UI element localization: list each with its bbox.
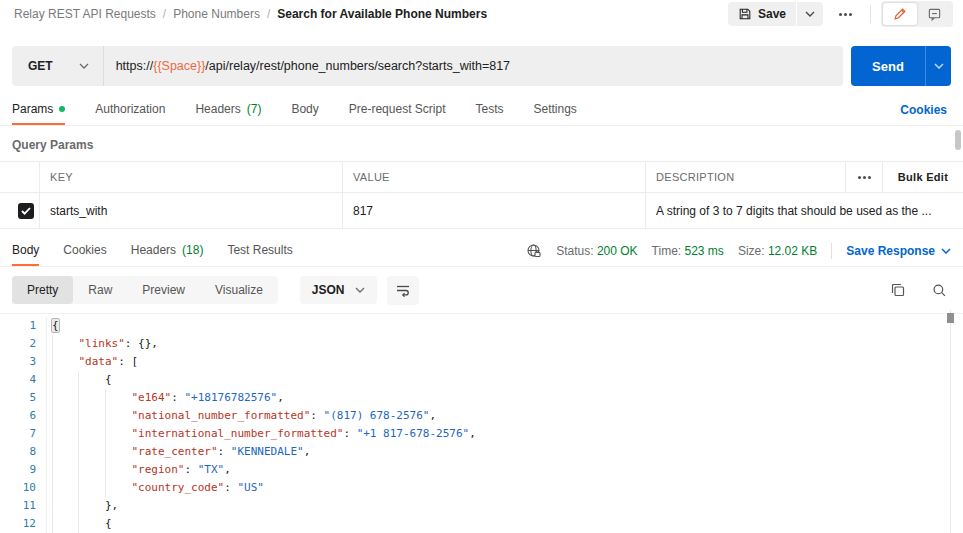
tab-settings[interactable]: Settings [534,96,577,125]
line-number: 9 [0,461,47,479]
code-line: 1{ [0,317,963,335]
breadcrumb-folder[interactable]: Phone Numbers [173,7,260,21]
save-button[interactable]: Save [728,2,796,26]
unsaved-changes-dot [59,106,65,112]
method-label: GET [28,59,53,73]
code-text: "data": [ [47,353,138,371]
line-number: 10 [0,479,47,497]
response-time: Time: 523 ms [652,244,724,258]
request-url-row: GET https://{{Space}}/api/relay/rest/pho… [12,46,951,86]
edit-mode-button[interactable] [883,3,917,25]
send-button-group: Send [851,46,951,86]
ellipsis-icon [839,13,842,16]
response-body-editor[interactable]: 1{2"links": {},3"data": [4{5"e164": "+18… [0,314,963,533]
tab-prerequest-script[interactable]: Pre-request Script [349,96,446,125]
pencil-icon [893,7,907,21]
cookies-link[interactable]: Cookies [900,103,947,125]
view-visualize-button[interactable]: Visualize [200,276,278,304]
comments-button[interactable] [917,3,951,25]
tab-authorization[interactable]: Authorization [95,96,165,125]
ellipsis-icon [858,176,871,179]
code-text: { [47,371,112,389]
breadcrumb: Relay REST API Requests / Phone Numbers … [14,7,487,21]
param-description-field[interactable]: A string of 3 to 7 digits that should be… [646,193,963,228]
tab-body[interactable]: Body [291,96,318,125]
code-text: { [47,317,59,335]
response-scrollbar-track [950,310,951,533]
column-header-key: KEY [40,162,343,192]
search-icon [932,283,947,298]
response-scrollbar-thumb[interactable] [947,313,954,323]
response-size: Size: 12.02 KB [738,244,817,258]
code-text: "international_number_formatted": "+1 81… [47,425,476,443]
tab-tests[interactable]: Tests [475,96,503,125]
save-button-label: Save [758,7,786,21]
response-status: Status: 200 OK [556,244,637,258]
params-scrollbar-thumb[interactable] [955,130,961,150]
response-tab-test-results[interactable]: Test Results [227,237,292,266]
line-number: 8 [0,443,47,461]
response-tab-cookies[interactable]: Cookies [63,237,106,266]
network-globe-icon[interactable] [526,243,542,259]
code-line: 7"international_number_formatted": "+1 8… [0,425,963,443]
param-value-field[interactable]: 817 [343,193,646,228]
code-line: 10"country_code": "US" [0,479,963,497]
toolbar-divider [870,5,871,23]
tab-headers[interactable]: Headers (7) [195,96,261,125]
size-value: 12.02 KB [768,244,817,258]
status-value: 200 OK [597,244,638,258]
send-button[interactable]: Send [851,46,925,86]
line-number: 12 [0,515,47,533]
response-meta: Status: 200 OK Time: 523 ms Size: 12.02 … [526,243,951,266]
method-selector[interactable]: GET [12,46,104,86]
response-code-lines: 1{2"links": {},3"data": [4{5"e164": "+18… [0,317,963,533]
breadcrumb-request-name[interactable]: Search for Available Phone Numbers [277,7,487,21]
line-number: 4 [0,371,47,389]
format-selector[interactable]: JSON [300,276,377,304]
table-more-options-button[interactable] [846,162,883,192]
response-header: Body Cookies Headers (18) Test Results S… [0,237,963,267]
line-number: 2 [0,335,47,353]
code-text: "region": "TX", [47,461,231,479]
code-line: 2"links": {}, [0,335,963,353]
tab-params[interactable]: Params [12,96,65,125]
copy-button[interactable] [890,282,906,298]
view-raw-button[interactable]: Raw [73,276,127,304]
param-key-field[interactable]: starts_with [40,193,343,228]
chevron-down-icon [355,287,365,293]
bulk-edit-button[interactable]: Bulk Edit [883,162,963,192]
line-number: 3 [0,353,47,371]
view-pretty-button[interactable]: Pretty [12,276,73,304]
more-options-button[interactable] [831,7,860,22]
save-options-caret[interactable] [797,2,823,26]
environment-variable: {{Space}} [153,59,205,73]
query-param-row: starts_with 817 A string of 3 to 7 digit… [0,193,963,229]
chevron-down-icon [805,11,815,17]
column-header-description: DESCRIPTION [646,162,846,192]
check-icon [21,207,31,215]
header-select-cell [0,162,40,192]
line-number: 6 [0,407,47,425]
save-response-button[interactable]: Save Response [846,244,951,258]
wrap-lines-button[interactable] [387,276,419,305]
meta-divider [831,243,832,259]
breadcrumb-collection[interactable]: Relay REST API Requests [14,7,156,21]
response-tab-body[interactable]: Body [12,237,39,266]
copy-icon [890,282,906,298]
floppy-disk-icon [738,7,752,21]
request-tabs: Params Authorization Headers (7) Body Pr… [12,96,577,125]
breadcrumb-separator: / [163,7,166,21]
param-enabled-checkbox[interactable] [18,203,34,219]
send-options-caret[interactable] [925,46,951,86]
code-text: "country_code": "US" [47,479,264,497]
line-number: 1 [0,317,47,335]
view-preview-button[interactable]: Preview [127,276,200,304]
response-tab-headers[interactable]: Headers (18) [131,237,204,266]
time-value: 523 ms [685,244,724,258]
code-text: }, [47,497,118,515]
right-pane-toggle [881,1,953,27]
code-line: 8"rate_center": "KENNEDALE", [0,443,963,461]
search-button[interactable] [932,283,947,298]
url-input[interactable]: https://{{Space}}/api/relay/rest/phone_n… [104,59,522,73]
url-bar: GET https://{{Space}}/api/relay/rest/pho… [12,46,843,86]
